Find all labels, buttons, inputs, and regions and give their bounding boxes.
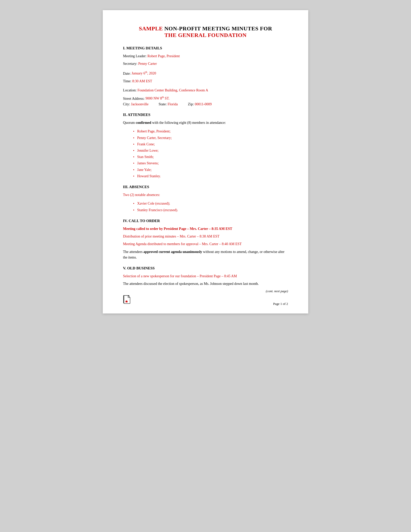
document-page: SAMPLE NON-PROFIT MEETING MINUTES FOR TH…: [103, 10, 308, 313]
page-footer: e Page 1 of 2: [123, 295, 288, 306]
list-item: Jennifer Lowe;: [133, 147, 288, 154]
call-to-order-item3: Meeting Agenda distributed to members fo…: [123, 241, 288, 247]
date-label: Date:: [123, 71, 131, 75]
date-line: Date: January 6th, 2020: [123, 70, 288, 76]
state-label: State:: [159, 102, 167, 106]
svg-text:e: e: [126, 301, 127, 303]
call-to-order-para: The attendees approved current agenda un…: [123, 249, 288, 261]
call-to-order-bold: Meeting called to order by President Pag…: [123, 226, 288, 232]
section-call-to-order-heading: IV. CALL TO ORDER: [123, 219, 288, 223]
old-business-item1: Selection of a new spokesperson for our …: [123, 273, 288, 279]
date-value: January 6th, 2020: [132, 71, 156, 75]
title-line1: SAMPLE NON-PROFIT MEETING MINUTES FOR: [123, 25, 288, 32]
city-group: City: Jacksonville: [123, 102, 149, 107]
time-line: Time: 8:30 AM EST: [123, 78, 288, 84]
old-business-para: The attendees discussed the election of …: [123, 281, 288, 287]
zip-group: Zip: 00011-0009: [188, 102, 212, 107]
city-label: City:: [123, 102, 130, 106]
secretary-line: Secretary: Penny Carter: [123, 61, 288, 67]
title-rest: NON-PROFIT MEETING MINUTES FOR: [163, 25, 272, 32]
zip-label: Zip:: [188, 102, 194, 106]
list-item: Penny Carter, Secretary;: [133, 135, 288, 141]
absences-list: Xavier Cole (excused); Stanley Francisco…: [123, 200, 288, 213]
title-line2: THE GENERAL FOUNDATION: [123, 32, 288, 38]
street-value: 9000 NW 8th ST.: [146, 96, 170, 100]
section-meeting-details-heading: I. MEETING DETAILS: [123, 46, 288, 50]
title-sample: SAMPLE: [139, 25, 163, 32]
quorum-text2: with the following eight (8) members in …: [151, 121, 226, 125]
leader-label: Meeting Leader:: [123, 54, 147, 58]
street-label: Street Address:: [123, 96, 145, 100]
meeting-leader-line: Meeting Leader: Robert Page, President: [123, 53, 288, 59]
list-item: Howard Stanley.: [133, 173, 288, 179]
state-value: Florida: [168, 102, 178, 106]
section-old-business-heading: V. OLD BUSINESS: [123, 266, 288, 270]
secretary-label: Secretary:: [123, 62, 137, 66]
para-text1: The attendees: [123, 250, 143, 254]
section-attendees-heading: II. ATTENDEES: [123, 113, 288, 117]
location-line: Location: Foundation Center Building, Co…: [123, 88, 288, 93]
document-icon: e: [123, 295, 131, 306]
time-value: 8:30 AM EST: [132, 79, 152, 83]
list-item: Frank Cone;: [133, 141, 288, 147]
quorum-bold: confirmed: [136, 121, 151, 125]
cont-next-page: (cont. next page): [123, 289, 288, 293]
city-state-zip-line: City: Jacksonville State: Florida Zip: 0…: [123, 102, 288, 107]
para-bold: approved current agenda unanimously: [143, 250, 202, 254]
call-to-order-item2: Distribution of prior meeting minutes – …: [123, 234, 288, 239]
location-label: Location:: [123, 88, 137, 92]
location-value: Foundation Center Building, Conference R…: [137, 88, 208, 92]
list-item: Stanley Francisco (excused).: [133, 207, 288, 213]
list-item: Robert Page, President;: [133, 128, 288, 134]
section-absences-heading: III. ABSENCES: [123, 185, 288, 189]
list-item: Jane Yale;: [133, 167, 288, 173]
attendees-list: Robert Page, President; Penny Carter, Se…: [123, 128, 288, 179]
time-label: Time:: [123, 79, 131, 83]
leader-value: Robert Page, President: [147, 54, 180, 58]
list-item: James Stevens;: [133, 160, 288, 166]
state-group: State: Florida: [159, 102, 178, 107]
document-title: SAMPLE NON-PROFIT MEETING MINUTES FOR TH…: [123, 25, 288, 38]
street-line: Street Address: 9000 NW 8th ST.: [123, 95, 288, 102]
list-item: Stan Smith;: [133, 154, 288, 160]
quorum-line: Quorum confirmed with the following eigh…: [123, 120, 288, 126]
list-item: Xavier Cole (excused);: [133, 200, 288, 207]
city-value: Jacksonville: [131, 102, 149, 106]
absences-intro: Two (2) notable absences:: [123, 192, 288, 198]
zip-value: 00011-0009: [195, 102, 212, 106]
quorum-text1: Quorum: [123, 121, 136, 125]
page-number: Page 1 of 2: [273, 302, 288, 306]
secretary-value: Penny Carter: [138, 62, 157, 66]
